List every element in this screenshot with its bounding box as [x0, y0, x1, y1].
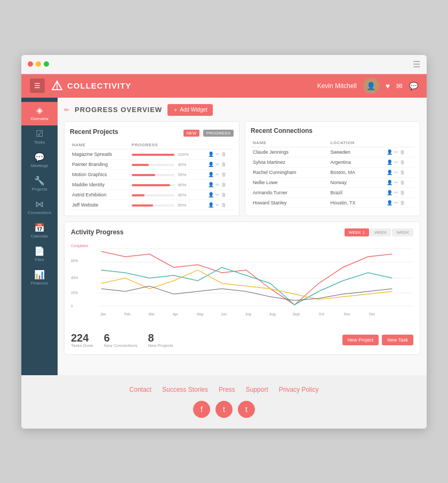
new-task-button[interactable]: New Task [382, 335, 413, 345]
user-action-icon[interactable]: 👤 [387, 160, 393, 165]
dot-green[interactable] [44, 61, 49, 67]
user-action-icon[interactable]: 👤 [208, 152, 214, 157]
project-actions: 👤 ✏ 🗑 [206, 200, 234, 210]
edit-action-icon[interactable]: ✏ [215, 192, 220, 197]
row-actions: 👤 ✏ 🗑 [387, 200, 412, 205]
week-tab-3[interactable]: WEEK [392, 228, 413, 236]
delete-action-icon[interactable]: 🗑 [400, 160, 405, 165]
edit-action-icon[interactable]: ✏ [394, 160, 398, 165]
hamburger-button[interactable]: ☰ [30, 78, 45, 93]
user-action-icon[interactable]: 👤 [387, 180, 393, 185]
sidebar-item-connections[interactable]: ⋈ Connections [21, 196, 58, 219]
sidebar-item-overview[interactable]: ◈ Overview [21, 102, 58, 125]
table-row: Painter Branding 40% 👤 ✏ 🗑 [70, 159, 234, 169]
svg-text:Jan: Jan [100, 312, 106, 315]
project-name: Maddie Identity [70, 179, 130, 189]
dot-yellow[interactable] [36, 61, 41, 67]
svg-text:Dec: Dec [369, 312, 375, 315]
twitter-icon[interactable]: t [215, 401, 233, 418]
svg-text:0: 0 [71, 304, 73, 307]
sidebar-item-projects[interactable]: 🔧 Projects [21, 172, 58, 196]
footer-link-success-stories[interactable]: Success Stories [162, 386, 208, 393]
week-tab-1[interactable]: WEEK 1 [345, 228, 369, 236]
edit-action-icon[interactable]: ✏ [215, 152, 220, 157]
sidebar: ◈ Overview ☑ Tasks 💬 Meetings 🔧 Projects… [21, 98, 58, 375]
svg-text:80%: 80% [71, 258, 78, 262]
sidebar-item-calendar[interactable]: 📅 Calendar [21, 219, 58, 243]
delete-action-icon[interactable]: 🗑 [400, 170, 405, 175]
delete-action-icon[interactable]: 🗑 [221, 202, 226, 208]
delete-action-icon[interactable]: 🗑 [221, 162, 226, 167]
footer-link-press[interactable]: Press [219, 386, 235, 393]
connection-actions: 👤 ✏ 🗑 [385, 197, 414, 208]
delete-action-icon[interactable]: 🗑 [221, 182, 226, 187]
user-action-icon[interactable]: 👤 [208, 202, 214, 208]
footer-link-privacy-policy[interactable]: Privacy Policy [279, 386, 319, 393]
connection-actions: 👤 ✏ 🗑 [385, 187, 414, 197]
svg-text:May: May [197, 312, 204, 316]
heart-icon[interactable]: ♥ [386, 82, 390, 90]
footer-link-contact[interactable]: Contact [130, 386, 151, 393]
delete-action-icon[interactable]: 🗑 [400, 190, 405, 195]
sidebar-item-finances[interactable]: 📊 Finances [21, 266, 58, 290]
sidebar-label-finances: Finances [31, 281, 48, 286]
sidebar-label-connections: Connections [28, 210, 51, 215]
table-row: Nellie Lowe Norway 👤 ✏ 🗑 [251, 177, 414, 187]
table-row: Magazine Spreads 100% 👤 ✏ 🗑 [70, 149, 234, 159]
user-action-icon[interactable]: 👤 [208, 182, 214, 187]
footer-link-support[interactable]: Support [246, 386, 268, 393]
project-actions: 👤 ✏ 🗑 [206, 189, 234, 200]
connection-actions: 👤 ✏ 🗑 [385, 157, 414, 167]
mail-icon[interactable]: ✉ [396, 82, 403, 90]
user-action-icon[interactable]: 👤 [208, 162, 214, 167]
edit-action-icon[interactable]: ✏ [394, 149, 398, 155]
week-tab-2[interactable]: WEEK [370, 228, 391, 236]
progress-bar-container [132, 194, 174, 196]
project-name: Jeff Website [70, 200, 130, 210]
delete-action-icon[interactable]: 🗑 [221, 192, 226, 197]
browser-dots [28, 61, 49, 67]
body-area: ◈ Overview ☑ Tasks 💬 Meetings 🔧 Projects… [21, 98, 427, 375]
connection-actions: 👤 ✏ 🗑 [385, 147, 414, 157]
delete-action-icon[interactable]: 🗑 [400, 149, 405, 155]
edit-action-icon[interactable]: ✏ [394, 200, 398, 205]
facebook-icon[interactable]: f [193, 401, 210, 418]
row-actions: 👤 ✏ 🗑 [208, 202, 231, 208]
user-action-icon[interactable]: 👤 [387, 200, 393, 205]
calendar-icon: 📅 [34, 224, 45, 232]
user-action-icon[interactable]: 👤 [208, 172, 214, 177]
delete-action-icon[interactable]: 🗑 [221, 152, 226, 157]
connection-name: Nellie Lowe [251, 177, 329, 187]
add-widget-button[interactable]: ＋ Add Widget [167, 104, 213, 116]
sidebar-item-files[interactable]: 📄 Files [21, 243, 58, 266]
user-action-icon[interactable]: 👤 [387, 149, 393, 155]
sidebar-item-meetings[interactable]: 💬 Meetings [21, 149, 58, 172]
edit-action-icon[interactable]: ✏ [215, 162, 220, 167]
recent-projects-card: Recent Projects NEW PROGRESS NAME PROGRE… [64, 121, 239, 216]
edit-action-icon[interactable]: ✏ [215, 172, 220, 177]
edit-action-icon[interactable]: ✏ [394, 190, 398, 195]
user-action-icon[interactable]: 👤 [387, 190, 393, 195]
user-action-icon[interactable]: 👤 [208, 192, 214, 197]
edit-action-icon[interactable]: ✏ [215, 182, 220, 187]
tumblr-icon[interactable]: t [238, 401, 255, 418]
delete-action-icon[interactable]: 🗑 [221, 172, 226, 177]
sidebar-label-projects: Projects [32, 187, 47, 192]
edit-action-icon[interactable]: ✏ [215, 202, 220, 208]
table-row: Maddie Identity 90% 👤 ✏ 🗑 [70, 179, 234, 189]
connection-name: Sylvia Martinez [251, 157, 329, 167]
chat-icon[interactable]: 💬 [409, 82, 418, 90]
recent-connections-header: Recent Connections [251, 127, 414, 134]
user-action-icon[interactable]: 👤 [387, 170, 393, 175]
connection-location: Boston, MA [329, 167, 385, 177]
new-project-button[interactable]: New Project [342, 335, 379, 345]
svg-text:Jun: Jun [221, 312, 227, 315]
delete-action-icon[interactable]: 🗑 [400, 180, 405, 185]
project-name: Astrid Exhibition [70, 189, 130, 200]
edit-action-icon[interactable]: ✏ [394, 180, 398, 185]
dot-red[interactable] [28, 61, 33, 67]
project-actions: 👤 ✏ 🗑 [206, 149, 234, 159]
edit-action-icon[interactable]: ✏ [394, 170, 398, 175]
delete-action-icon[interactable]: 🗑 [400, 200, 405, 205]
sidebar-item-tasks[interactable]: ☑ Tasks [21, 125, 58, 149]
